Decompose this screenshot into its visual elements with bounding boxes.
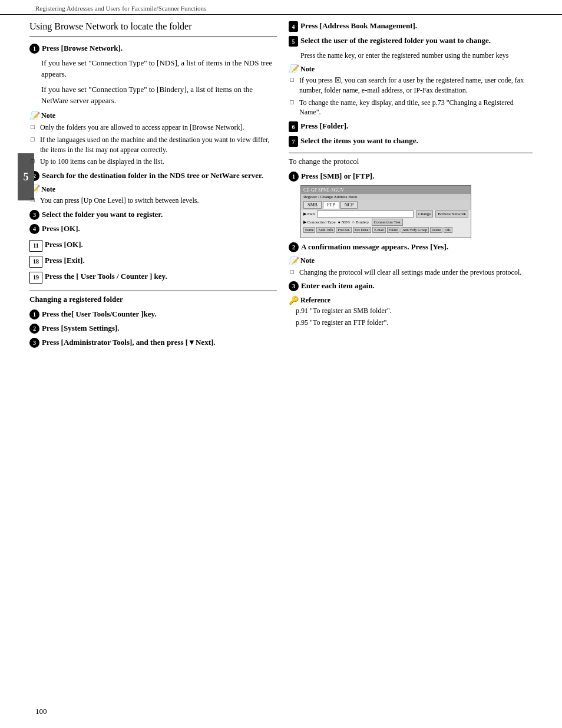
page-number: 100: [35, 707, 47, 716]
step-11-num: 11: [29, 240, 42, 252]
step-4-label: Press [OK].: [42, 223, 277, 234]
right-step-4-label: Press [Address Book Management].: [300, 21, 533, 31]
changing-step-1: 1 Press the[ User Tools/Counter ]key.: [29, 309, 277, 319]
right-step-5: 5 Select the user of the registered fold…: [289, 35, 533, 47]
ss-btn-auth[interactable]: Auth. Info: [316, 227, 335, 233]
ss-btn-ok[interactable]: OK: [444, 227, 452, 233]
changing-step-2-num: 2: [29, 324, 39, 334]
right-step-6: 6 Press [Folder].: [289, 121, 533, 132]
ss-tab-ftp[interactable]: FTP: [323, 201, 339, 209]
note-3: 📝 Note If you press ☒, you can search fo…: [289, 64, 533, 117]
ss-btn-delete[interactable]: Delete: [430, 227, 443, 233]
ss-conn-row: ▶ Connection Type ●NDS ○Bindery Connecti…: [301, 218, 471, 226]
ss-btn-fax[interactable]: Fax Detail: [353, 227, 371, 233]
ss-tabs: SMB FTP NCP: [301, 200, 471, 210]
note-1: 📝 Note Only the folders you are allowed …: [29, 111, 277, 167]
right-step-6-num: 6: [289, 121, 298, 132]
right-step-7-num: 7: [289, 136, 298, 147]
ss-footer: Name Auth. Info Prot.Set. Fax Detail E-m…: [301, 226, 471, 233]
to-change-protocol-title: To change the protocol: [289, 153, 533, 166]
note-1-title: 📝 Note: [29, 111, 277, 121]
left-step-11: 11 Press [OK].: [29, 239, 277, 252]
note-1-item-1: Only the folders you are allowed to acce…: [29, 123, 277, 133]
ss-tab-ncp[interactable]: NCP: [340, 201, 358, 209]
right-step-4: 4 Press [Address Book Management].: [289, 21, 533, 32]
changing-folder-title: Changing a registered folder: [29, 291, 277, 304]
step-3-num: 3: [29, 210, 39, 220]
ss-radio-nds[interactable]: ●NDS: [338, 220, 350, 225]
header-text: Registering Addresses and Users for Facs…: [35, 5, 206, 12]
note-3-item-2: To change the name, key display, and tit…: [289, 98, 533, 118]
right-step-7-label: Select the items you want to change.: [300, 136, 533, 146]
protocol-step-1-label: Press [SMB] or [FTP].: [301, 171, 533, 182]
reference-title: 🔑 Reference: [289, 295, 533, 305]
protocol-step-3-num: 3: [289, 281, 299, 291]
protocol-step-1: 1 Press [SMB] or [FTP].: [289, 171, 533, 182]
left-step-18: 18 Press [Exit].: [29, 255, 277, 268]
left-column: Using Browse Network to locate the folde…: [29, 21, 277, 351]
changing-step-1-label: Press the[ User Tools/Counter ]key.: [42, 309, 277, 319]
ss-btn-addvg[interactable]: Add/Vrify Group: [401, 227, 428, 233]
ss-conn-test-btn[interactable]: Connection Test: [372, 219, 403, 226]
note-icon-3: 📝: [289, 64, 298, 74]
page-header: Registering Addresses and Users for Facs…: [0, 0, 562, 15]
ss-header-text: CE-GF SPNE-SGUV: [303, 187, 344, 193]
changing-step-1-num: 1: [29, 309, 39, 319]
ss-btn-name[interactable]: Name: [303, 227, 315, 233]
ss-radio-bindery[interactable]: ○Bindery: [352, 220, 369, 225]
right-step-5-num: 5: [289, 36, 298, 47]
ss-path-input[interactable]: [317, 210, 414, 218]
left-step-2: 2 Search for the destination folder in t…: [29, 170, 277, 181]
protocol-step-3-label: Enter each item again.: [301, 281, 533, 291]
ss-btn-prot[interactable]: Prot.Set.: [336, 227, 352, 233]
right-step-7: 7 Select the items you want to change.: [289, 136, 533, 147]
note-1-item-3: Up to 100 items can be displayed in the …: [29, 157, 277, 167]
reference-item-2: p.95 "To register an FTP folder".: [289, 317, 533, 328]
reference-section: 🔑 Reference p.91 "To register an SMB fol…: [289, 295, 533, 328]
content-area: Using Browse Network to locate the folde…: [0, 15, 562, 363]
step-19-num: 19: [29, 272, 42, 284]
protocol-step-3: 3 Enter each item again.: [289, 281, 533, 291]
right-step-6-label: Press [Folder].: [300, 121, 533, 131]
step-19-label: Press the [ User Tools / Counter ] key.: [45, 271, 277, 282]
step-1-num: 1: [29, 44, 39, 54]
note-2-item-1: You can press [Up One Level] to switch b…: [29, 196, 277, 206]
note-icon-4: 📝: [289, 256, 298, 266]
step-1-header: 1 Press [Browse Network].: [29, 43, 277, 54]
ss-conn-label: ▶ Connection Type: [303, 220, 336, 225]
left-step-1: 1 Press [Browse Network]. If you have se…: [29, 43, 277, 107]
note-2-title: 📝 Note: [29, 185, 277, 194]
note-3-title: 📝 Note: [289, 64, 533, 74]
left-section-title: Using Browse Network to locate the folde…: [29, 21, 277, 33]
ss-path-row: ▶ Path Change Browse Network: [301, 210, 471, 218]
right-step-5-para: Press the name key, or enter the registe…: [289, 50, 533, 61]
ss-path-label: ▶ Path: [303, 212, 315, 216]
reference-item-1: p.91 "To register an SMB folder".: [289, 305, 533, 316]
ss-btn-email[interactable]: E-mail: [372, 227, 385, 233]
page: Registering Addresses and Users for Facs…: [0, 0, 562, 728]
note-3-item-1: If you press ☒, you can search for a use…: [289, 75, 533, 95]
step-1-para2: If you have set "Connection Type" to [Bi…: [29, 84, 277, 107]
ss-browse-btn[interactable]: Browse Network: [435, 210, 468, 218]
note-4-title: 📝 Note: [289, 256, 533, 266]
changing-step-3: 3 Press [Administrator Tools], and then …: [29, 337, 277, 348]
changing-step-3-num: 3: [29, 338, 39, 348]
protocol-step-2-num: 2: [289, 242, 299, 252]
note-4-item-1: Changing the protocol will clear all set…: [289, 268, 533, 278]
note-4: 📝 Note Changing the protocol will clear …: [289, 256, 533, 278]
step-1-para1: If you have set "Connection Type" to [ND…: [29, 57, 277, 80]
left-step-4: 4 Press [OK].: [29, 223, 277, 234]
ss-change-btn[interactable]: Change: [416, 210, 433, 218]
ss-header: CE-GF SPNE-SGUV: [301, 186, 471, 194]
right-step-4-num: 4: [289, 21, 298, 32]
ss-tab-smb[interactable]: SMB: [303, 201, 322, 209]
changing-step-2-label: Press [System Settings].: [42, 323, 277, 334]
protocol-step-1-num: 1: [289, 172, 299, 182]
step-11-label: Press [OK].: [45, 239, 277, 250]
note-1-item-2: If the languages used on the machine and…: [29, 135, 277, 155]
step-2-label: Search for the destination folder in the…: [42, 170, 277, 181]
ss-btn-folder[interactable]: Folder: [387, 227, 400, 233]
changing-step-3-label: Press [Administrator Tools], and then pr…: [42, 337, 277, 348]
step-18-label: Press [Exit].: [45, 255, 277, 266]
right-step-5-label: Select the user of the registered folder…: [300, 35, 533, 46]
